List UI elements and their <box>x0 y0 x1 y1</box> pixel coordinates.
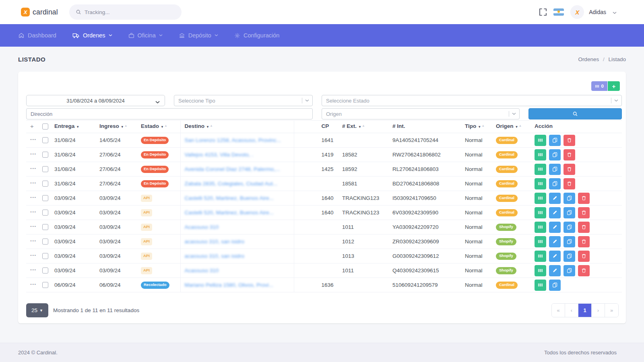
print-label-button[interactable] <box>535 164 546 175</box>
select-row-checkbox[interactable] <box>42 253 48 259</box>
select-row-checkbox[interactable] <box>42 137 48 143</box>
delete-button[interactable] <box>578 265 590 276</box>
select-row-checkbox[interactable] <box>42 210 48 216</box>
row-expand-icon[interactable]: ··· <box>30 194 37 201</box>
nav-item-depósito[interactable]: Depósito <box>179 32 218 39</box>
delete-button[interactable] <box>578 236 590 247</box>
row-expand-icon[interactable]: ··· <box>30 180 37 186</box>
nav-item-ordenes[interactable]: Ordenes <box>72 32 112 39</box>
destino-link[interactable]: San Lorenzo 1258, Acassuso, Provinc... <box>185 137 281 143</box>
select-row-checkbox[interactable] <box>42 181 48 187</box>
column-header-ext[interactable]: # Ext.▼▲ <box>338 121 388 133</box>
row-expand-icon[interactable]: ··· <box>30 165 37 172</box>
avatar[interactable]: X <box>570 5 584 19</box>
select-row-checkbox[interactable] <box>42 282 48 288</box>
duplicate-button[interactable] <box>549 164 561 175</box>
search-button[interactable] <box>528 108 622 119</box>
delete-button[interactable] <box>564 164 575 175</box>
edit-button[interactable] <box>549 222 561 233</box>
delete-button[interactable] <box>578 207 590 218</box>
edit-button[interactable] <box>549 265 561 276</box>
duplicate-button[interactable] <box>549 178 561 189</box>
expand-all-header[interactable]: + <box>26 121 38 133</box>
pagination-first[interactable]: « <box>552 304 565 317</box>
tracking-search-input[interactable]: Tracking... <box>69 4 182 20</box>
print-label-button[interactable] <box>535 265 546 276</box>
destino-link[interactable]: Castelli 520, Martinez, Buenos Aire... <box>185 210 274 216</box>
row-expand-icon[interactable]: ··· <box>30 238 37 244</box>
print-label-button[interactable] <box>535 236 546 247</box>
pagination-next[interactable]: › <box>592 304 605 317</box>
edit-button[interactable] <box>549 251 561 262</box>
select-row-checkbox[interactable] <box>42 267 48 274</box>
print-label-button[interactable] <box>535 135 546 146</box>
print-label-button[interactable] <box>535 178 546 189</box>
pagination-last[interactable]: » <box>605 304 618 317</box>
duplicate-button[interactable] <box>564 236 575 247</box>
tipo-select[interactable]: Seleccione Tipo <box>174 95 313 106</box>
date-range-picker[interactable]: 31/08/2024 a 08/09/2024 <box>26 95 165 106</box>
origen-select[interactable]: Origen <box>322 108 520 119</box>
column-header-tipo[interactable]: Tipo▼▲ <box>461 121 492 133</box>
duplicate-button[interactable] <box>564 251 575 262</box>
delete-button[interactable] <box>564 135 575 146</box>
add-order-button[interactable]: + <box>608 81 620 91</box>
print-label-button[interactable] <box>535 207 546 218</box>
destino-link[interactable]: Vallejos 4153, Villa Devoto, . <box>185 152 254 158</box>
per-page-select[interactable]: 25 ▼ <box>26 303 48 317</box>
fullscreen-icon[interactable] <box>539 8 547 16</box>
select-all-checkbox[interactable] <box>42 123 48 130</box>
destino-link[interactable]: Mariano Pelliza 1580, Olivos, Provi... <box>185 282 274 288</box>
column-header-entrega[interactable]: Entrega▼ <box>50 121 95 133</box>
destino-link[interactable]: Avenida Coronel Diaz 2748, Palermo,... <box>185 166 280 172</box>
direccion-input[interactable]: Dirección <box>26 108 313 119</box>
breadcrumb-parent[interactable]: Ordenes <box>578 56 599 62</box>
duplicate-button[interactable] <box>564 265 575 276</box>
row-expand-icon[interactable]: ··· <box>30 252 37 259</box>
row-expand-icon[interactable]: ··· <box>30 267 37 273</box>
language-flag-icon[interactable] <box>553 8 564 16</box>
select-row-checkbox[interactable] <box>42 224 48 230</box>
nav-item-oficina[interactable]: Oficina <box>128 32 163 39</box>
destino-link[interactable]: acassuso 310, san isidro <box>185 239 245 245</box>
column-header-origen[interactable]: Origen▼▲ <box>492 121 530 133</box>
edit-button[interactable] <box>549 236 561 247</box>
delete-button[interactable] <box>578 222 590 233</box>
select-row-checkbox[interactable] <box>42 239 48 245</box>
select-row-checkbox[interactable] <box>42 195 48 201</box>
row-expand-icon[interactable]: ··· <box>30 223 37 230</box>
duplicate-button[interactable] <box>564 222 575 233</box>
duplicate-button[interactable] <box>549 280 561 291</box>
pagination-prev[interactable]: ‹ <box>565 304 578 317</box>
estado-select[interactable]: Seleccione Estado <box>322 95 622 106</box>
edit-button[interactable] <box>549 193 561 204</box>
nav-item-configuración[interactable]: Configuración <box>234 32 279 39</box>
destino-link[interactable]: Castelli 520, Martinez, Buenos Aire... <box>185 195 274 201</box>
nav-item-dashboard[interactable]: Dashboard <box>18 32 56 39</box>
delete-button[interactable] <box>578 193 590 204</box>
destino-link[interactable]: Acassuso 310 <box>185 267 219 274</box>
row-expand-icon[interactable]: ··· <box>30 281 37 288</box>
destino-link[interactable]: Acassuso 310 <box>185 224 219 230</box>
delete-button[interactable] <box>564 178 575 189</box>
duplicate-button[interactable] <box>549 149 561 160</box>
user-menu[interactable]: Adidas <box>589 9 606 15</box>
row-expand-icon[interactable]: ··· <box>30 151 37 157</box>
duplicate-button[interactable] <box>564 193 575 204</box>
select-row-checkbox[interactable] <box>42 152 48 158</box>
destino-link[interactable]: acassuso 310, san isidro <box>185 253 245 259</box>
row-expand-icon[interactable]: ··· <box>30 136 37 143</box>
edit-button[interactable] <box>549 207 561 218</box>
column-header-estado[interactable]: Estado▼▲ <box>137 121 180 133</box>
column-header-ingreso[interactable]: Ingreso▼▲ <box>95 121 137 133</box>
print-label-button[interactable] <box>535 280 546 291</box>
row-expand-icon[interactable]: ··· <box>30 209 37 215</box>
duplicate-button[interactable] <box>564 207 575 218</box>
print-label-button[interactable] <box>535 193 546 204</box>
print-label-button[interactable] <box>535 251 546 262</box>
column-header-destino[interactable]: Destino▼▲ <box>180 121 294 133</box>
duplicate-button[interactable] <box>549 135 561 146</box>
delete-button[interactable] <box>564 149 575 160</box>
print-label-button[interactable] <box>535 149 546 160</box>
print-label-button[interactable] <box>535 222 546 233</box>
